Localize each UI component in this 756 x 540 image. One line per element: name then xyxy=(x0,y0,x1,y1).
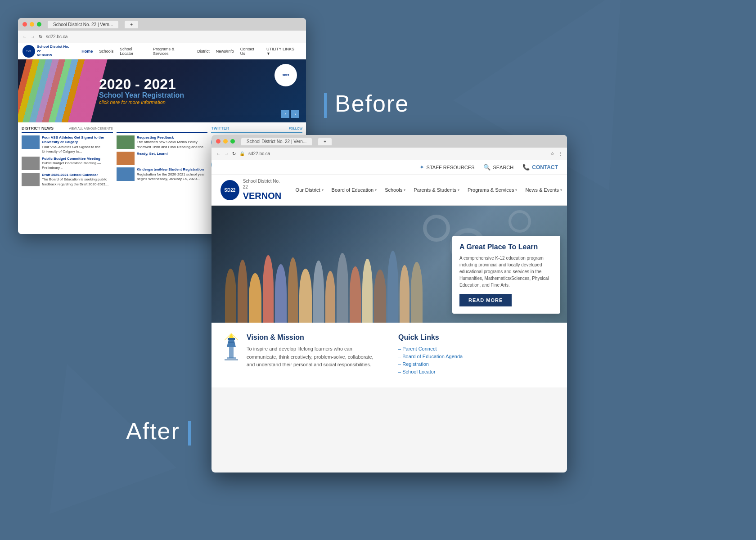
before-nav-contact[interactable]: Contact Us xyxy=(238,46,262,57)
more-news-item-3: Kindergarten/New Student Registration Re… xyxy=(117,167,208,181)
before-news-col-2: Requesting Feedback The attached new Soc… xyxy=(117,126,208,209)
before-nav-district[interactable]: District xyxy=(195,48,212,54)
figure-4 xyxy=(263,255,274,323)
browser-titlebar-after: School District No. 22 | Vern... + xyxy=(212,135,567,148)
before-label: Before xyxy=(324,90,409,118)
news-text-1: Four VSS Athletes Get Signed to the Univ… xyxy=(42,135,113,154)
before-twitter-header: TWITTER FOLLOW xyxy=(211,126,302,133)
before-nav-locator[interactable]: School Locator xyxy=(117,46,149,57)
back-icon[interactable]: ← xyxy=(22,34,27,39)
quicklink-parent-connect[interactable]: Parent Connect xyxy=(398,346,556,351)
after-site-header: ✦ STAFF RESOURCES 🔍 SEARCH 📞 CONTACT SD2… xyxy=(212,160,567,206)
reload-icon[interactable]: ↻ xyxy=(39,34,42,39)
after-forward-icon[interactable]: → xyxy=(224,151,229,156)
vision-content: Vision & Mission To inspire and develop … xyxy=(247,333,380,377)
after-back-icon[interactable]: ← xyxy=(216,151,220,156)
chevron-board: ▾ xyxy=(375,188,377,192)
before-nav-schools[interactable]: Schools xyxy=(97,48,116,54)
figure-7 xyxy=(299,269,312,323)
after-logo-nav: SD22 School District No. 22 VERNON Our D… xyxy=(212,175,567,205)
before-nav-programs[interactable]: Programs & Services xyxy=(151,46,193,57)
browser-new-tab[interactable]: + xyxy=(125,21,138,28)
after-new-tab[interactable]: + xyxy=(318,138,332,145)
more-thumb-3 xyxy=(117,167,135,181)
after-logo-text: School District No. 22 VERNON xyxy=(243,178,283,202)
figure-5 xyxy=(275,264,287,323)
news-text-2: Public Budget Committee Meeting Public B… xyxy=(42,157,113,171)
staff-resources-btn[interactable]: ✦ STAFF RESOURCES xyxy=(419,164,475,171)
hero-next-arrow[interactable]: › xyxy=(291,110,299,118)
svg-rect-3 xyxy=(228,342,234,343)
maximize-dot[interactable] xyxy=(37,22,41,27)
news-thumb-2 xyxy=(22,157,40,170)
nav-schools[interactable]: Schools ▾ xyxy=(381,185,409,195)
news-item-2: Public Budget Committee Meeting Public B… xyxy=(22,157,113,171)
before-hero-year: 2020 - 2021 xyxy=(99,77,184,91)
figure-6 xyxy=(288,257,298,323)
search-btn[interactable]: 🔍 SEARCH xyxy=(483,164,513,171)
svg-rect-0 xyxy=(229,347,234,358)
vision-mission-section: Vision & Mission To inspire and develop … xyxy=(222,333,380,377)
figure-11 xyxy=(350,266,361,323)
before-news-header-2 xyxy=(117,126,208,133)
nav-board-education[interactable]: Board of Education ▾ xyxy=(328,185,381,195)
nav-parents-students[interactable]: Parents & Students ▾ xyxy=(410,185,463,195)
news-item-1: Four VSS Athletes Get Signed to the Univ… xyxy=(22,135,113,154)
figure-10 xyxy=(337,253,348,323)
before-nav-utility[interactable]: UTILITY LINKS ▼ xyxy=(264,46,302,57)
after-minimize-dot[interactable] xyxy=(223,139,228,144)
after-maximize-dot[interactable] xyxy=(230,139,235,144)
hero-prev-arrow[interactable]: ‹ xyxy=(281,110,289,118)
url-display-after[interactable]: sd22.bc.ca xyxy=(248,151,270,156)
minimize-dot[interactable] xyxy=(30,22,34,27)
after-close-dot[interactable] xyxy=(216,139,220,144)
search-icon: 🔍 xyxy=(483,164,490,171)
svg-rect-7 xyxy=(227,357,236,359)
read-more-button[interactable]: READ MORE xyxy=(459,294,512,306)
chevron-district: ▾ xyxy=(322,188,324,192)
quicklink-board-agenda[interactable]: Board of Education Agenda xyxy=(398,354,556,359)
figure-1 xyxy=(225,269,236,323)
chevron-news: ▾ xyxy=(560,188,562,192)
quicklinks-title: Quick Links xyxy=(398,333,556,342)
before-news-col: DISTRICT NEWS VIEW ALL ANNOUNCEMENTS Fou… xyxy=(22,126,113,209)
quicklink-registration[interactable]: Registration xyxy=(398,361,556,367)
menu-icon[interactable]: ⋮ xyxy=(558,151,562,156)
before-nav-news[interactable]: News/Info xyxy=(214,48,236,54)
url-display-before[interactable]: sd22.bc.ca xyxy=(46,34,68,39)
gear-decoration-3 xyxy=(508,210,531,233)
vision-title: Vision & Mission xyxy=(247,333,380,342)
figure-15 xyxy=(400,265,410,323)
close-dot[interactable] xyxy=(22,22,27,27)
before-hero-link[interactable]: click here for more information xyxy=(99,99,184,105)
chevron-schools: ▾ xyxy=(404,188,405,192)
pencils-decoration xyxy=(18,59,108,122)
before-nav-home[interactable]: Home xyxy=(79,48,95,54)
hero-card-text: A comprehensive K-12 education program i… xyxy=(459,255,553,288)
svg-rect-8 xyxy=(225,359,238,360)
figure-16 xyxy=(411,262,423,323)
chevron-parents: ▾ xyxy=(458,188,459,192)
more-news-item-1: Requesting Feedback The attached new Soc… xyxy=(117,135,208,149)
nav-our-district[interactable]: Our District ▾ xyxy=(292,185,327,195)
forward-icon[interactable]: → xyxy=(31,34,35,39)
after-reload-icon[interactable]: ↻ xyxy=(232,151,236,156)
browser-tab-before[interactable]: School District No. 22 | Vern... xyxy=(48,21,118,28)
svg-rect-2 xyxy=(228,338,235,340)
hero-arrows: ‹ › xyxy=(281,110,299,118)
before-news-header: DISTRICT NEWS VIEW ALL ANNOUNCEMENTS xyxy=(22,126,113,133)
after-bottom-section: Vision & Mission To inspire and develop … xyxy=(212,323,567,387)
nav-news-events[interactable]: News & Events ▾ xyxy=(522,185,566,195)
nav-programs-services[interactable]: Programs & Services ▾ xyxy=(464,185,521,195)
tools-icon: ✦ xyxy=(419,164,424,171)
news-text-3: Draft 2020-2021 School Calendar The Boar… xyxy=(42,173,113,187)
quicklink-school-locator[interactable]: School Locator xyxy=(398,369,556,374)
figure-2 xyxy=(238,260,248,323)
figure-3 xyxy=(249,273,261,323)
hero-info-card: A Great Place To Learn A comprehensive K… xyxy=(452,236,560,314)
bookmark-icon[interactable]: ☆ xyxy=(550,151,554,156)
contact-btn[interactable]: 📞 CONTACT xyxy=(522,164,558,171)
browser-tab-after[interactable]: School District No. 22 | Vern... xyxy=(241,138,312,145)
browser-urlbar-after: ← → ↻ 🔒 sd22.bc.ca ☆ ⋮ xyxy=(212,148,567,160)
before-hero-subtitle: School Year Registration xyxy=(99,91,184,99)
